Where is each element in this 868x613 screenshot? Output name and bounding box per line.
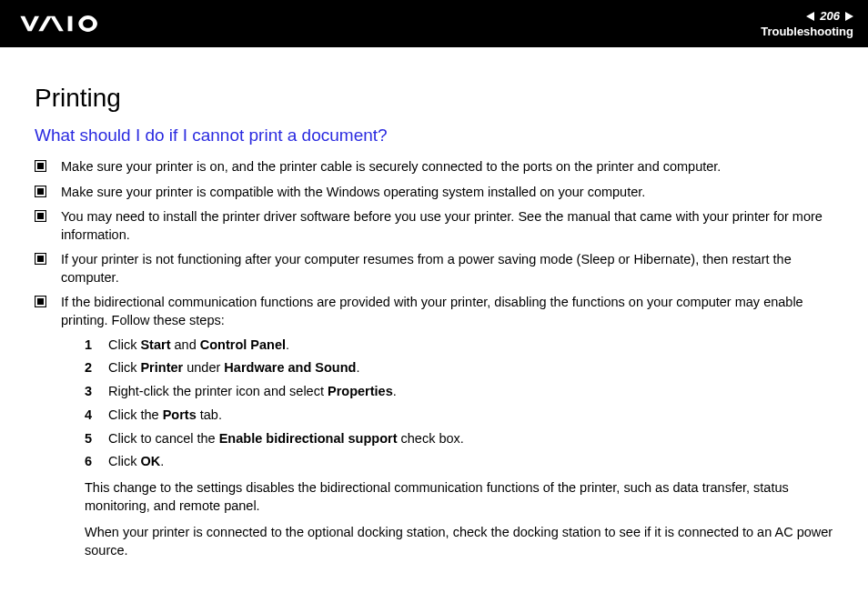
paragraph: This change to the settings disables the…	[85, 479, 833, 515]
arrow-right-icon[interactable]	[845, 12, 853, 21]
svg-rect-8	[37, 256, 44, 262]
svg-rect-0	[68, 16, 73, 32]
svg-rect-4	[37, 188, 44, 195]
step-text: Click Start and Control Panel.	[108, 336, 289, 356]
paragraph: When your printer is connected to the op…	[85, 524, 833, 559]
bullet-icon	[35, 210, 46, 222]
list-item: 6 Click OK.	[85, 452, 833, 472]
step-text: Right-click the printer icon and select …	[108, 382, 397, 402]
bullet-text: Make sure your printer is compatible wit…	[61, 184, 833, 202]
bullet-text: You may need to install the printer driv…	[61, 208, 833, 244]
bullet-icon	[35, 296, 46, 307]
step-number: 4	[85, 406, 96, 426]
page-indicator: 206	[806, 9, 853, 23]
bullet-text-inner: If the bidirectional communication funct…	[61, 295, 803, 327]
page-content: Printing What should I do if I cannot pr…	[0, 47, 868, 585]
list-item: 4 Click the Ports tab.	[85, 406, 833, 426]
svg-rect-6	[37, 213, 44, 219]
list-item: 5 Click to cancel the Enable bidirection…	[85, 429, 833, 449]
step-number: 3	[85, 382, 96, 402]
page-number: 206	[820, 9, 840, 23]
page-question: What should I do if I cannot print a doc…	[35, 126, 833, 146]
step-text: Click to cancel the Enable bidirectional…	[108, 429, 464, 449]
list-item: 1 Click Start and Control Panel.	[85, 336, 833, 356]
step-number: 5	[85, 429, 96, 449]
step-number: 6	[85, 452, 96, 472]
list-item: If your printer is not functioning after…	[35, 251, 833, 286]
steps-list: 1 Click Start and Control Panel. 2 Click…	[85, 336, 833, 473]
vaio-logo	[15, 0, 124, 47]
bullet-icon	[35, 253, 46, 265]
svg-rect-10	[37, 298, 44, 305]
bullet-text: If your printer is not functioning after…	[61, 251, 833, 286]
step-text: Click OK.	[108, 452, 164, 472]
list-item: If the bidirectional communication funct…	[35, 294, 833, 559]
arrow-left-icon[interactable]	[806, 12, 814, 21]
page-title: Printing	[35, 84, 833, 113]
page-header: 206 Troubleshooting	[0, 0, 868, 47]
bullet-icon	[35, 160, 46, 172]
bullet-icon	[35, 186, 46, 197]
step-number: 2	[85, 358, 96, 378]
list-item: 2 Click Printer under Hardware and Sound…	[85, 358, 833, 378]
list-item: You may need to install the printer driv…	[35, 208, 833, 244]
step-text: Click Printer under Hardware and Sound.	[108, 358, 359, 378]
list-item: Make sure your printer is on, and the pr…	[35, 158, 833, 176]
list-item: 3 Right-click the printer icon and selec…	[85, 382, 833, 402]
step-text: Click the Ports tab.	[108, 406, 222, 426]
step-number: 1	[85, 336, 96, 356]
bullet-text: Make sure your printer is on, and the pr…	[61, 158, 833, 176]
header-right: 206 Troubleshooting	[761, 9, 853, 38]
header-section-label: Troubleshooting	[761, 25, 853, 38]
list-item: Make sure your printer is compatible wit…	[35, 184, 833, 202]
bullet-list: Make sure your printer is on, and the pr…	[35, 158, 833, 559]
svg-rect-2	[37, 163, 44, 169]
bullet-text: If the bidirectional communication funct…	[61, 294, 833, 559]
